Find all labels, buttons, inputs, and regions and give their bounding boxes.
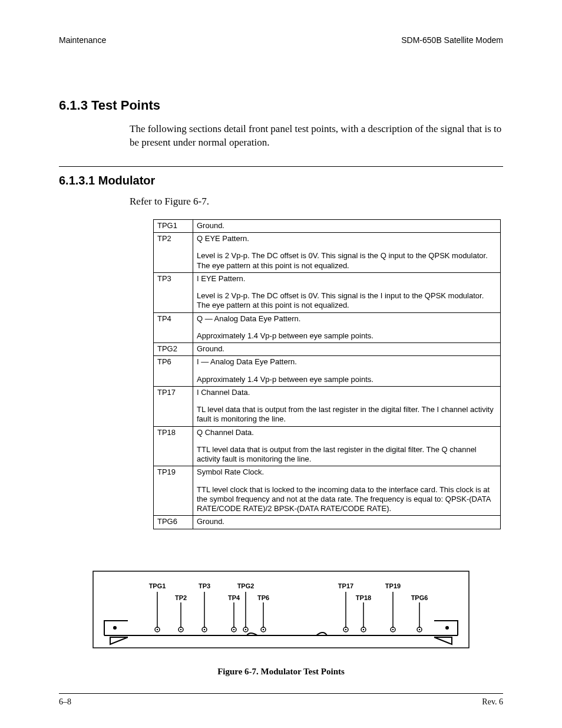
svg-point-21 xyxy=(263,628,264,630)
figure-tp-label: TP3 xyxy=(199,582,210,589)
figure-tp-label: TP4 xyxy=(228,594,240,601)
figure-tp-label: TPG2 xyxy=(237,582,254,589)
figure-tp-label: TP18 xyxy=(356,594,371,601)
svg-point-24 xyxy=(345,628,346,630)
tp-desc-cell: Symbol Rate Clock.TTL level clock that i… xyxy=(193,466,501,516)
svg-point-15 xyxy=(233,628,234,630)
section-heading: 6.1.3 Test Points xyxy=(59,98,503,113)
section-paragraph: The following sections detail front pane… xyxy=(59,123,503,150)
table-row: TP2Q EYE Pattern.Level is 2 Vp-p. The DC… xyxy=(154,233,501,273)
tp-desc-cell: I — Analog Data Eye Pattern.Approximatel… xyxy=(193,356,501,387)
tp-desc-cell: Q EYE Pattern.Level is 2 Vp-p. The DC of… xyxy=(193,233,501,273)
table-row: TPG1Ground. xyxy=(154,219,501,232)
figure-tp-label: TP6 xyxy=(257,594,269,601)
header-left: Maintenance xyxy=(59,35,106,45)
table-row: TP3I EYE Pattern.Level is 2 Vp-p. The DC… xyxy=(154,272,501,312)
footer-right: Rev. 6 xyxy=(482,697,503,707)
svg-point-9 xyxy=(180,628,181,630)
divider xyxy=(59,166,503,167)
table-row: TP18Q Channel Data.TTL level data that i… xyxy=(154,426,501,466)
svg-point-2 xyxy=(114,627,116,629)
tp-desc-cell: Q — Analog Data Eye Pattern.Approximatel… xyxy=(193,312,501,343)
tp-label-cell: TP3 xyxy=(154,272,193,312)
svg-point-3 xyxy=(446,627,448,629)
figure: TPG1TP2TP3TP4TPG2TP6TP17TP18TP19TPG6 Fig… xyxy=(59,571,503,677)
tp-label-cell: TPG2 xyxy=(154,343,193,356)
tp-desc-cell: I Channel Data.TL level data that is out… xyxy=(193,386,501,426)
figure-tp-label: TP17 xyxy=(338,582,353,589)
tp-desc-cell: Ground. xyxy=(193,343,501,356)
test-points-table: TPG1Ground.TP2Q EYE Pattern.Level is 2 V… xyxy=(153,219,501,529)
subsection-heading: 6.1.3.1 Modulator xyxy=(59,174,503,187)
tp-label-cell: TP6 xyxy=(154,356,193,387)
tp-label-cell: TP2 xyxy=(154,233,193,273)
tp-label-cell: TP19 xyxy=(154,466,193,516)
tp-desc-cell: Ground. xyxy=(193,516,501,529)
svg-point-30 xyxy=(392,628,394,630)
figure-tp-label: TP19 xyxy=(385,582,401,589)
tp-label-cell: TPG1 xyxy=(154,219,193,232)
table-row: TP19Symbol Rate Clock.TTL level clock th… xyxy=(154,466,501,516)
tp-desc-cell: I EYE Pattern.Level is 2 Vp-p. The DC of… xyxy=(193,272,501,312)
tp-label-cell: TP18 xyxy=(154,426,193,466)
figure-caption: Figure 6-7. Modulator Test Points xyxy=(59,667,503,677)
tp-desc-cell: Q Channel Data.TTL level data that is ou… xyxy=(193,426,501,466)
subsection-reference: Refer to Figure 6-7. xyxy=(59,196,503,207)
header-right: SDM-650B Satellite Modem xyxy=(401,35,503,45)
tp-desc-cell: Ground. xyxy=(193,219,501,232)
figure-tp-label: TPG6 xyxy=(411,594,428,601)
table-row: TP6I — Analog Data Eye Pattern.Approxima… xyxy=(154,356,501,387)
modulator-test-points-diagram: TPG1TP2TP3TP4TPG2TP6TP17TP18TP19TPG6 xyxy=(92,571,470,656)
figure-tp-label: TPG1 xyxy=(149,582,166,589)
footer: 6–8 Rev. 6 xyxy=(59,697,503,707)
tp-label-cell: TP4 xyxy=(154,312,193,343)
tp-label-cell: TPG6 xyxy=(154,516,193,529)
tp-label-cell: TP17 xyxy=(154,386,193,426)
svg-point-12 xyxy=(204,628,205,630)
table-row: TP17I Channel Data.TL level data that is… xyxy=(154,386,501,426)
running-head: Maintenance SDM-650B Satellite Modem xyxy=(59,35,503,45)
table-row: TP4Q — Analog Data Eye Pattern.Approxima… xyxy=(154,312,501,343)
footer-rule xyxy=(59,693,503,694)
table-row: TPG2Ground. xyxy=(154,343,501,356)
svg-point-6 xyxy=(157,628,158,630)
svg-point-18 xyxy=(245,628,246,630)
svg-point-27 xyxy=(363,628,364,630)
svg-point-33 xyxy=(419,628,420,630)
footer-left: 6–8 xyxy=(59,697,71,707)
figure-tp-label: TP2 xyxy=(175,594,187,601)
table-row: TPG6Ground. xyxy=(154,516,501,529)
